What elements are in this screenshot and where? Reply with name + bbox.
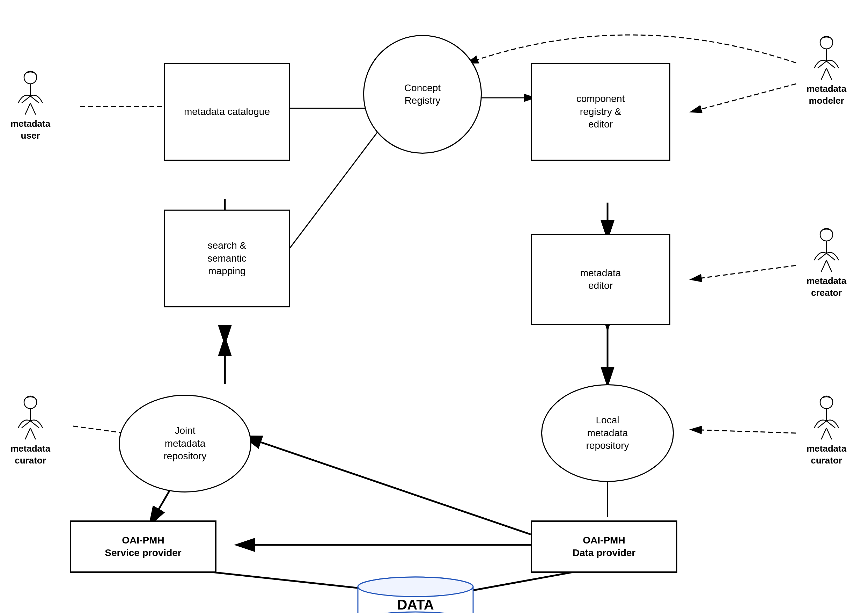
svg-line-38 bbox=[25, 103, 30, 115]
metadata-curator-left-actor: metadatacurator bbox=[11, 395, 50, 467]
metadata-catalogue-label: metadata catalogue bbox=[184, 106, 270, 118]
diagram-container: metadata catalogue search &semanticmappi… bbox=[0, 0, 868, 613]
metadata-user-figure bbox=[13, 70, 48, 115]
metadata-curator-left-label: metadatacurator bbox=[11, 443, 50, 467]
metadata-curator-right-actor: metadatacurator bbox=[806, 395, 846, 467]
metadata-editor-box: metadataeditor bbox=[531, 234, 670, 325]
search-semantic-box: search &semanticmapping bbox=[164, 210, 290, 307]
data-cylinder: DATA bbox=[356, 576, 475, 613]
local-repo-label: Localmetadatarepository bbox=[586, 414, 629, 452]
svg-line-57 bbox=[30, 428, 36, 439]
metadata-user-actor: metadatauser bbox=[11, 70, 50, 142]
metadata-modeler-label: metadatamodeler bbox=[806, 83, 846, 107]
concept-registry-circle: ConceptRegistry bbox=[363, 35, 482, 154]
svg-line-22 bbox=[691, 84, 796, 112]
metadata-curator-right-figure bbox=[809, 395, 844, 440]
metadata-modeler-figure bbox=[809, 35, 844, 80]
metadata-editor-label: metadataeditor bbox=[580, 267, 621, 292]
svg-line-50 bbox=[821, 260, 826, 272]
metadata-catalogue-box: metadata catalogue bbox=[164, 63, 290, 161]
component-registry-box: componentregistry &editor bbox=[531, 63, 670, 161]
svg-line-63 bbox=[826, 428, 832, 439]
svg-line-56 bbox=[25, 428, 30, 439]
joint-repo-ellipse: Jointmetadatarepository bbox=[119, 395, 251, 492]
local-repo-ellipse: Localmetadatarepository bbox=[541, 384, 674, 482]
component-registry-label: componentregistry &editor bbox=[577, 93, 625, 130]
oai-pmh-data-box: OAI-PMHData provider bbox=[531, 520, 677, 573]
svg-line-11 bbox=[279, 119, 388, 262]
svg-line-44 bbox=[821, 68, 826, 80]
metadata-curator-right-label: metadatacurator bbox=[806, 443, 846, 467]
svg-line-39 bbox=[30, 103, 36, 115]
joint-repo-label: Jointmetadatarepository bbox=[164, 424, 207, 462]
oai-pmh-data-label: OAI-PMHData provider bbox=[573, 534, 636, 560]
metadata-creator-actor: metadatacreator bbox=[806, 227, 846, 299]
svg-point-32 bbox=[358, 577, 473, 597]
metadata-creator-label: metadatacreator bbox=[806, 275, 846, 299]
metadata-modeler-actor: metadatamodeler bbox=[806, 35, 846, 107]
metadata-curator-left-figure bbox=[13, 395, 48, 440]
svg-text:DATA: DATA bbox=[397, 597, 434, 612]
concept-registry-label: ConceptRegistry bbox=[404, 82, 441, 107]
svg-line-62 bbox=[821, 428, 826, 439]
svg-line-51 bbox=[826, 260, 832, 272]
metadata-creator-figure bbox=[809, 227, 844, 272]
svg-line-24 bbox=[691, 430, 796, 433]
oai-pmh-service-label: OAI-PMHService provider bbox=[105, 534, 181, 560]
metadata-user-label: metadatauser bbox=[11, 118, 50, 142]
oai-pmh-service-box: OAI-PMHService provider bbox=[70, 520, 217, 573]
search-semantic-label: search &semanticmapping bbox=[208, 239, 246, 277]
svg-line-23 bbox=[691, 265, 796, 279]
svg-line-45 bbox=[826, 68, 832, 80]
svg-line-26 bbox=[245, 437, 531, 534]
